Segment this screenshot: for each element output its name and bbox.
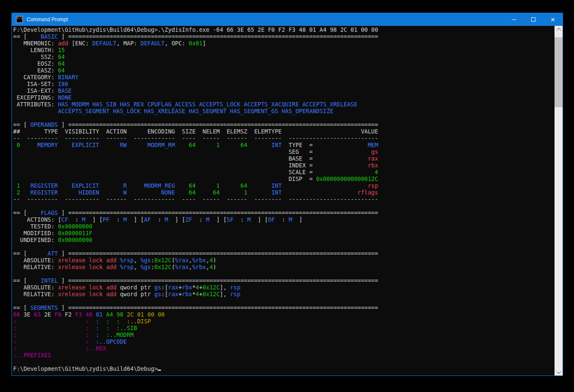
terminal-line: MNEMONIC: add [ENC: DEFAULT, MAP: DEFAUL… xyxy=(13,40,555,47)
terminal-line: == [ FLAGS ] ===========================… xyxy=(13,209,555,216)
terminal-line: EOSZ: 64 xyxy=(13,60,555,67)
scroll-down-button[interactable] xyxy=(555,368,563,375)
terminal-line: == [ SEGMENTS ] ========================… xyxy=(13,304,555,311)
terminal-line: SEG = gs xyxy=(13,148,555,155)
terminal-line: == [ ATT ] =============================… xyxy=(13,250,555,257)
terminal-line: :..PREFIXES xyxy=(13,352,555,359)
cmd-icon: C:\ xyxy=(16,16,23,23)
terminal-line: RELATIVE: xrelease lock add %rsp, %gs:0x… xyxy=(13,264,555,270)
terminal-line: ACTIONS: [CF : M ] [PF : M ] [AF : M ] [… xyxy=(13,216,555,223)
minimize-icon xyxy=(512,19,516,20)
terminal-line: 66 3E 65 2E F0 F2 F3 48 01 A4 98 2C 01 0… xyxy=(13,311,555,318)
terminal-line: INDEX = rbx xyxy=(13,162,555,169)
terminal-line: BASE = rax xyxy=(13,155,555,162)
terminal-line: : : : :..MODRM xyxy=(13,331,555,338)
terminal-line xyxy=(13,270,555,277)
terminal-line: : : :..OPCODE xyxy=(13,338,555,345)
chevron-up-icon xyxy=(556,28,561,32)
text-cursor xyxy=(158,370,161,371)
command-prompt-window: C:\ Command Prompt ✕ F:\Development\GitH… xyxy=(11,13,563,376)
terminal-line: MODIFIED: 0x0000011F xyxy=(13,230,555,236)
console-output[interactable]: F:\Development\GitHub\zydis\Build64\Debu… xyxy=(12,26,555,375)
terminal-line xyxy=(13,297,555,304)
terminal-line: F:\Development\GitHub\zydis\Build64\Debu… xyxy=(13,365,555,372)
terminal-line: CATEGORY: BINARY xyxy=(13,74,555,81)
terminal-line: 0 MEMORY EXPLICIT RW MODRM_RM 64 1 64 IN… xyxy=(13,142,555,148)
terminal-line: ABSOLUTE: xrelease lock add %rsp, %gs:0x… xyxy=(13,257,555,264)
close-icon: ✕ xyxy=(551,17,555,22)
terminal-line: ISA-EXT: BASE xyxy=(13,87,555,94)
window-title: Command Prompt xyxy=(27,17,504,22)
terminal-line: ATTRIBUTES: HAS_MODRM HAS_SIB HAS_REX CP… xyxy=(13,101,555,108)
terminal-line: LENGTH: 15 xyxy=(13,47,555,53)
title-bar[interactable]: C:\ Command Prompt ✕ xyxy=(12,13,563,26)
terminal-line: SCALE = 4 xyxy=(13,169,555,175)
terminal-line: UNDEFINED: 0x00000000 xyxy=(13,236,555,243)
terminal-line: -- --------- ---------- ------ ---------… xyxy=(13,196,555,203)
terminal-line xyxy=(13,359,555,365)
window-controls: ✕ xyxy=(504,13,563,26)
terminal-line: EXCEPTIONS: NONE xyxy=(13,94,555,101)
maximize-icon xyxy=(531,17,535,22)
terminal-line: ## TYPE VISIBILITY ACTION ENCODING SIZE … xyxy=(13,128,555,135)
terminal-line: RELATIVE: xrelease lock add qword ptr gs… xyxy=(13,291,555,297)
terminal-line: == [ INTEL ] ===========================… xyxy=(13,277,555,284)
terminal-line: DISP = 0x000000000000012C xyxy=(13,175,555,182)
scroll-up-button[interactable] xyxy=(555,26,563,33)
terminal-line: F:\Development\GitHub\zydis\Build64\Debu… xyxy=(13,26,555,33)
vertical-scrollbar[interactable] xyxy=(555,26,563,375)
terminal-line: 2 REGISTER HIDDEN W NONE 64 64 1 INT rfl… xyxy=(13,189,555,196)
terminal-line: ACCEPTS_SEGMENT HAS_LOCK HAS_XRELEASE HA… xyxy=(13,108,555,114)
terminal-line: EASZ: 64 xyxy=(13,67,555,74)
terminal-line xyxy=(13,203,555,209)
terminal-line: ABSOLUTE: xrelease lock add qword ptr gs… xyxy=(13,284,555,291)
maximize-button[interactable] xyxy=(524,13,543,26)
terminal-line xyxy=(13,243,555,250)
chevron-down-icon xyxy=(556,369,561,373)
terminal-line: == [ BASIC ] ===========================… xyxy=(13,33,555,40)
terminal-line: ISA-SET: I86 xyxy=(13,81,555,87)
terminal-line: -- --------- ---------- ------ ---------… xyxy=(13,135,555,142)
terminal-line: : :..REX xyxy=(13,345,555,352)
close-button[interactable]: ✕ xyxy=(543,13,563,26)
terminal-line: : : : : : :..DISP xyxy=(13,318,555,325)
minimize-button[interactable] xyxy=(504,13,524,26)
scrollbar-thumb[interactable] xyxy=(555,37,563,107)
terminal-line: TESTED: 0x00000000 xyxy=(13,223,555,230)
terminal-line: : : : : :..SIB xyxy=(13,325,555,331)
terminal-line: SSZ: 64 xyxy=(13,53,555,60)
cmd-icon-text: C:\ xyxy=(17,17,22,20)
terminal-line: 1 REGISTER EXPLICIT R MODRM_REG 64 1 64 … xyxy=(13,182,555,189)
terminal-line xyxy=(13,114,555,121)
terminal-line: == [ OPERANDS ] ========================… xyxy=(13,121,555,128)
